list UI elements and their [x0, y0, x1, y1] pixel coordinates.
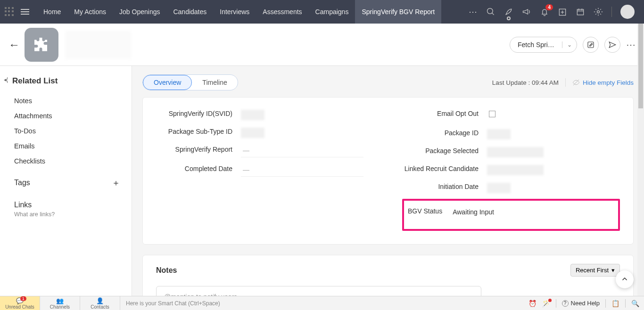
field-label: Package Selected — [402, 147, 487, 155]
svg-point-0 — [487, 8, 493, 14]
tags-label: Tags — [14, 179, 30, 187]
chevron-down-icon[interactable]: ⌄ — [562, 41, 577, 48]
bell-icon[interactable]: 4 — [540, 7, 549, 16]
bell-badge: 4 — [545, 4, 553, 10]
chat-icon: 💬1 — [16, 297, 24, 304]
top-nav: Home My Actions Job Openings Candidates … — [37, 0, 441, 24]
notes-sort-button[interactable]: Recent First ▾ — [570, 264, 620, 277]
add-tag-icon[interactable]: ＋ — [112, 177, 120, 188]
channels-icon: 👥 — [56, 297, 64, 304]
rocket-icon[interactable] — [504, 7, 513, 16]
contacts-icon: 👤 — [96, 297, 104, 304]
field-label: Email Opt Out — [402, 110, 487, 117]
field-value — [241, 110, 264, 120]
add-note-icon[interactable] — [558, 7, 567, 16]
bottom-tab-channels[interactable]: 👥 Channels — [40, 296, 80, 310]
sidebar-item-todos[interactable]: To-Dos — [8, 123, 120, 139]
nav-separator — [611, 7, 612, 17]
email-opt-out-checkbox[interactable] — [489, 111, 495, 117]
page-scrollbar[interactable] — [637, 24, 644, 296]
svg-point-9 — [597, 11, 600, 13]
avatar[interactable] — [620, 5, 635, 19]
tab-overview[interactable]: Overview — [143, 75, 192, 90]
field-label: SpringVerify ID(SVID) — [156, 110, 241, 117]
svg-rect-5 — [577, 9, 583, 15]
field-value — [487, 165, 544, 175]
nav-item-campaigns[interactable]: Campaigns — [309, 0, 355, 24]
calendar-icon[interactable] — [576, 7, 585, 16]
send-button[interactable] — [604, 37, 620, 53]
back-arrow-icon[interactable]: ← — [8, 38, 18, 51]
bottom-tab-unread-chats[interactable]: 💬1 Unread Chats — [0, 296, 40, 310]
scrollbar-thumb[interactable] — [638, 24, 643, 108]
nav-item-job-openings[interactable]: Job Openings — [113, 0, 166, 24]
apps-launcher-icon[interactable] — [5, 7, 14, 16]
menu-icon[interactable] — [21, 9, 29, 15]
edit-button[interactable] — [583, 37, 599, 53]
fetch-springverify-button[interactable]: Fetch SpringVerif... ⌄ — [510, 37, 577, 53]
field-value — [487, 183, 511, 193]
field-label: SpringVerify Report — [156, 146, 241, 153]
svg-line-11 — [573, 80, 579, 85]
nav-item-candidates[interactable]: Candidates — [166, 0, 213, 24]
nav-item-home[interactable]: Home — [37, 0, 67, 24]
megaphone-icon[interactable] — [522, 7, 531, 16]
sidebar-item-attachments[interactable]: Attachments — [8, 108, 120, 123]
nav-item-my-actions[interactable]: My Actions — [67, 0, 113, 24]
separator — [565, 78, 566, 87]
field-value[interactable]: — — [241, 146, 363, 157]
field-value[interactable]: — — [241, 165, 363, 177]
alarm-icon[interactable]: ⏰ — [528, 300, 537, 307]
overview-card: SpringVerify ID(SVID) Package Sub-Type I… — [142, 97, 634, 245]
field-label: Package Sub-Type ID — [156, 128, 241, 135]
record-more-icon[interactable]: ⋯ — [626, 39, 636, 50]
wand-icon[interactable]: 🪄 — [542, 300, 550, 307]
field-label: Completed Date — [156, 165, 241, 172]
caret-down-icon: ▾ — [611, 267, 615, 274]
field-label: BGV Status — [408, 207, 451, 215]
notes-input[interactable]: @mention to notify users — [156, 286, 481, 296]
nav-item-springverify-bgv-report[interactable]: SpringVerify BGV Report — [355, 0, 441, 24]
notes-title: Notes — [156, 266, 177, 275]
search-icon[interactable]: 🔍 — [631, 300, 639, 307]
related-list-title: Related List — [8, 76, 120, 86]
notification-dot — [548, 299, 552, 302]
nav-item-assessments[interactable]: Assessments — [256, 0, 308, 24]
clipboard-icon[interactable]: 📋 — [611, 300, 619, 307]
links-label: Links — [8, 201, 120, 209]
links-hint[interactable]: What are links? — [8, 211, 120, 218]
detail-tabs: Overview Timeline — [142, 74, 238, 90]
bgv-status-highlight: BGV Status Awaiting Input — [402, 199, 620, 231]
notes-card: Notes Recent First ▾ @mention to notify … — [142, 255, 634, 296]
svg-line-1 — [492, 13, 494, 15]
need-help-button[interactable]: ? Need Help — [562, 300, 600, 307]
field-label: Linked Recruit Candidate — [402, 165, 487, 172]
sidebar-item-checklists[interactable]: Checklists — [8, 154, 120, 169]
sidebar-item-emails[interactable]: Emails — [8, 139, 120, 154]
search-icon[interactable] — [486, 7, 495, 16]
field-value — [487, 147, 544, 157]
field-label: Initiation Date — [402, 183, 487, 190]
collapse-sidebar-icon[interactable]: ◂¦ — [4, 76, 8, 83]
bgv-status-value: Awaiting Input — [451, 207, 573, 219]
sidebar-item-notes[interactable]: Notes — [8, 93, 120, 108]
nav-overflow-icon[interactable]: ⋯ — [468, 7, 478, 16]
smart-chat-input[interactable]: Here is your Smart Chat (Ctrl+Space) — [120, 300, 528, 307]
bottom-tab-contacts[interactable]: 👤 Contacts — [80, 296, 120, 310]
field-label: Package ID — [402, 129, 487, 137]
field-value — [241, 128, 264, 138]
hide-empty-fields-toggle[interactable]: Hide empty Fields — [572, 79, 634, 86]
gear-icon[interactable] — [594, 7, 603, 16]
field-value — [487, 129, 511, 139]
module-plugin-icon — [25, 28, 58, 62]
tab-timeline[interactable]: Timeline — [192, 75, 237, 90]
record-title — [65, 31, 131, 59]
last-update-text: Last Update : 09:44 AM — [492, 79, 559, 86]
nav-item-interviews[interactable]: Interviews — [213, 0, 256, 24]
scroll-to-top-button[interactable] — [616, 270, 634, 288]
